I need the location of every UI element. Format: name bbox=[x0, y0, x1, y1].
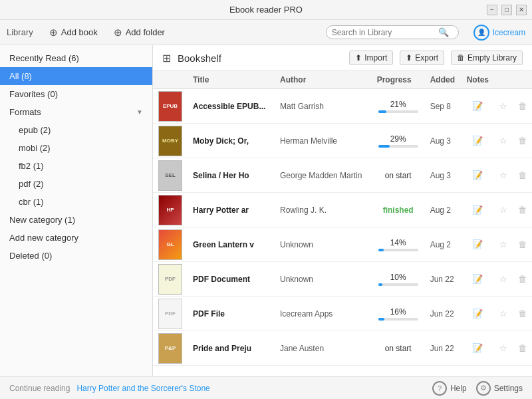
book-delete-cell[interactable]: 🗑 bbox=[513, 124, 532, 158]
sidebar-item-fb2[interactable]: fb2 (1) bbox=[0, 157, 152, 175]
bottom-bar: Continue reading Harry Potter and the So… bbox=[0, 376, 532, 399]
col-progress[interactable]: Progress bbox=[372, 71, 425, 89]
help-button[interactable]: ? Help bbox=[432, 381, 467, 396]
sidebar-item-mobi[interactable]: mobi (2) bbox=[0, 139, 152, 157]
add-folder-button[interactable]: ⊕ Add folder bbox=[110, 24, 169, 41]
minimize-button[interactable]: − bbox=[487, 5, 497, 15]
book-delete-cell[interactable]: 🗑 bbox=[513, 158, 532, 193]
delete-icon[interactable]: 🗑 bbox=[518, 343, 527, 353]
table-row[interactable]: SELSelina / Her HoGeorge Madden Martinon… bbox=[153, 158, 532, 193]
book-notes-cell[interactable]: 📝 bbox=[462, 227, 494, 262]
import-button[interactable]: ⬆ Import bbox=[349, 51, 393, 65]
sidebar-item-formats[interactable]: Formats▼ bbox=[0, 103, 152, 121]
star-icon[interactable]: ☆ bbox=[499, 101, 507, 111]
book-notes-cell[interactable]: 📝 bbox=[462, 124, 494, 158]
sidebar-item-recently-read[interactable]: Recently Read (6) bbox=[0, 49, 152, 67]
col-title[interactable]: Title bbox=[188, 71, 275, 89]
book-delete-cell[interactable]: 🗑 bbox=[513, 227, 532, 262]
star-icon[interactable]: ☆ bbox=[499, 239, 507, 249]
sidebar-item-all[interactable]: All (8) bbox=[0, 67, 152, 85]
table-row[interactable]: GLGreen Lantern vUnknown14%Aug 2📝☆🗑 bbox=[153, 227, 532, 262]
table-row[interactable]: PDFPDF DocumentUnknown10%Jun 22📝☆🗑 bbox=[153, 262, 532, 297]
continue-reading-title[interactable]: Harry Potter and the Sorcerer's Stone bbox=[76, 384, 209, 393]
star-icon[interactable]: ☆ bbox=[499, 170, 507, 180]
book-notes-cell[interactable]: 📝 bbox=[462, 297, 494, 331]
delete-icon[interactable]: 🗑 bbox=[518, 274, 527, 284]
delete-icon[interactable]: 🗑 bbox=[518, 205, 527, 215]
search-input[interactable] bbox=[332, 28, 435, 37]
col-added[interactable]: Added bbox=[425, 71, 462, 89]
book-delete-cell[interactable]: 🗑 bbox=[513, 262, 532, 297]
book-star-cell[interactable]: ☆ bbox=[494, 297, 513, 331]
delete-icon[interactable]: 🗑 bbox=[518, 136, 527, 146]
window-controls[interactable]: − □ ✕ bbox=[487, 5, 527, 15]
notes-icon[interactable]: 📝 bbox=[472, 309, 483, 319]
notes-icon[interactable]: 📝 bbox=[472, 170, 483, 180]
book-notes-cell[interactable]: 📝 bbox=[462, 89, 494, 124]
book-star-cell[interactable]: ☆ bbox=[494, 158, 513, 193]
delete-icon[interactable]: 🗑 bbox=[518, 239, 527, 249]
book-notes-cell[interactable]: 📝 bbox=[462, 331, 494, 366]
book-star-cell[interactable]: ☆ bbox=[494, 193, 513, 227]
notes-icon[interactable]: 📝 bbox=[472, 101, 483, 111]
book-notes-cell[interactable]: 📝 bbox=[462, 262, 494, 297]
book-star-cell[interactable]: ☆ bbox=[494, 331, 513, 366]
delete-icon[interactable]: 🗑 bbox=[518, 309, 527, 319]
star-icon[interactable]: ☆ bbox=[499, 205, 507, 215]
table-row[interactable]: EPUBAccessible EPUB...Matt Garrish21%Sep… bbox=[153, 89, 532, 124]
table-row[interactable]: PDFPDF FileIcecream Apps16%Jun 22📝☆🗑 bbox=[153, 297, 532, 331]
book-star-cell[interactable]: ☆ bbox=[494, 227, 513, 262]
empty-library-button[interactable]: 🗑 Empty Library bbox=[451, 51, 523, 65]
table-row[interactable]: MOBYMoby Dick; Or,Herman Melville29%Aug … bbox=[153, 124, 532, 158]
sidebar-item-label: Add new category bbox=[9, 233, 143, 243]
progress-bar-container bbox=[378, 110, 418, 113]
sidebar-item-favorites[interactable]: Favorites (0) bbox=[0, 85, 152, 103]
col-cover bbox=[153, 71, 188, 89]
col-author[interactable]: Author bbox=[275, 71, 372, 89]
book-notes-cell[interactable]: 📝 bbox=[462, 158, 494, 193]
close-button[interactable]: ✕ bbox=[516, 5, 527, 15]
sidebar-item-new-category[interactable]: New category (1) bbox=[0, 211, 152, 229]
export-button[interactable]: ⬆ Export bbox=[400, 51, 444, 65]
delete-icon[interactable]: 🗑 bbox=[518, 101, 527, 111]
sidebar-item-add-category[interactable]: Add new category bbox=[0, 229, 152, 247]
book-notes-cell[interactable]: 📝 bbox=[462, 193, 494, 227]
star-icon[interactable]: ☆ bbox=[499, 136, 507, 146]
progress-bar bbox=[378, 249, 384, 251]
star-icon[interactable]: ☆ bbox=[499, 309, 507, 319]
book-star-cell[interactable]: ☆ bbox=[494, 124, 513, 158]
table-row[interactable]: P&PPride and PrejuJane Austenon startJun… bbox=[153, 331, 532, 366]
maximize-button[interactable]: □ bbox=[501, 5, 512, 15]
book-cover-cell: HP bbox=[153, 193, 188, 227]
settings-button[interactable]: ⚙ Settings bbox=[476, 381, 523, 396]
grid-view-icon[interactable]: ⊞ bbox=[162, 52, 171, 65]
sidebar-item-pdf[interactable]: pdf (2) bbox=[0, 175, 152, 193]
table-row[interactable]: HPHarry Potter arRowling J. K.finishedAu… bbox=[153, 193, 532, 227]
book-delete-cell[interactable]: 🗑 bbox=[513, 89, 532, 124]
sidebar-item-cbr[interactable]: cbr (1) bbox=[0, 193, 152, 211]
sidebar-item-deleted[interactable]: Deleted (0) bbox=[0, 247, 152, 265]
progress-on-start: on start bbox=[385, 344, 412, 353]
book-progress-cell: 29% bbox=[372, 124, 425, 158]
book-delete-cell[interactable]: 🗑 bbox=[513, 331, 532, 366]
star-icon[interactable]: ☆ bbox=[499, 343, 507, 353]
notes-icon[interactable]: 📝 bbox=[472, 136, 483, 146]
book-title: Pride and Preju bbox=[193, 344, 251, 353]
user-avatar-button[interactable]: 👤 Icecream bbox=[473, 25, 525, 41]
star-icon[interactable]: ☆ bbox=[499, 274, 507, 284]
sidebar-item-epub[interactable]: epub (2) bbox=[0, 121, 152, 139]
book-progress-cell: 10% bbox=[372, 262, 425, 297]
book-added-cell: Aug 2 bbox=[425, 227, 462, 262]
book-delete-cell[interactable]: 🗑 bbox=[513, 297, 532, 331]
notes-icon[interactable]: 📝 bbox=[472, 274, 483, 284]
delete-icon[interactable]: 🗑 bbox=[518, 170, 527, 180]
book-star-cell[interactable]: ☆ bbox=[494, 262, 513, 297]
book-star-cell[interactable]: ☆ bbox=[494, 89, 513, 124]
book-delete-cell[interactable]: 🗑 bbox=[513, 193, 532, 227]
notes-icon[interactable]: 📝 bbox=[472, 343, 483, 353]
notes-icon[interactable]: 📝 bbox=[472, 205, 483, 215]
book-author: George Madden Martin bbox=[280, 171, 362, 180]
notes-icon[interactable]: 📝 bbox=[472, 239, 483, 249]
add-book-button[interactable]: ⊕ Add book bbox=[45, 24, 102, 41]
col-notes[interactable]: Notes bbox=[462, 71, 494, 89]
